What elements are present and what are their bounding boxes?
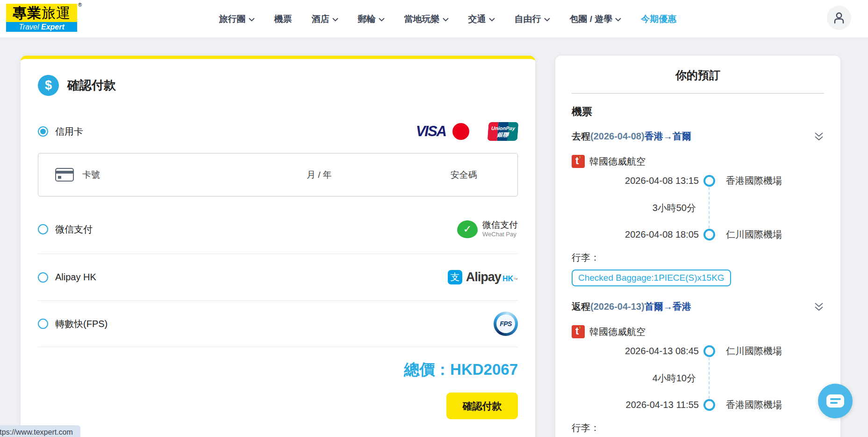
flight-duration: 3小時50分	[653, 187, 696, 228]
arrive-datetime: 2026-04-08 18:05	[625, 229, 699, 240]
nav-item-transport[interactable]: 交通	[468, 13, 495, 25]
nav-item-tours[interactable]: 旅行團	[219, 13, 254, 25]
wechat-icon: ✓	[457, 220, 478, 238]
baggage-label: 行李：	[572, 422, 824, 434]
nav-item-free-travel[interactable]: 自由行	[514, 13, 550, 25]
chevron-down-icon	[442, 18, 448, 22]
timeline-circle	[703, 345, 715, 357]
dollar-icon: $	[38, 75, 59, 96]
unionpay-logo: UnionPay銀聯	[488, 122, 519, 141]
confirm-payment-button[interactable]: 確認付款	[446, 393, 518, 419]
payment-method-credit-card: 信用卡 VISA UnionPay銀聯	[38, 120, 518, 143]
alipay-hk-logo: 支 Alipay HK ™	[448, 270, 518, 284]
radio-unselected[interactable]	[38, 224, 48, 234]
fps-radio[interactable]: 轉數快(FPS)	[38, 318, 108, 330]
top-header: 專業旅運 Travel Expert ® 旅行團 機票 酒店 郵輪 當地玩樂 交…	[0, 0, 868, 38]
nav-item-group-study[interactable]: 包團 / 遊學	[569, 13, 621, 25]
alipay-icon: 支	[448, 270, 462, 284]
total-price: 總價：HKD2067	[38, 359, 518, 380]
booking-title: 你的預訂	[572, 68, 824, 83]
arrive-datetime: 2026-04-13 11:55	[626, 400, 699, 410]
leg-route: 香港→首爾	[645, 131, 691, 141]
radio-selected[interactable]	[38, 126, 48, 137]
inbound-timeline: 2026-04-13 08:45 仁川國際機場 4小時10分 2026-04-1…	[572, 345, 824, 411]
leg-direction: 去程	[572, 131, 590, 141]
chevron-down-icon	[544, 18, 550, 22]
brand-logo-english: Travel Expert	[6, 22, 77, 32]
chat-bubble-icon	[826, 394, 844, 408]
user-account-button[interactable]	[827, 6, 851, 30]
nav-item-flights[interactable]: 機票	[274, 13, 292, 25]
payment-method-alipay: Alipay HK 支 Alipay HK ™	[38, 254, 518, 301]
outbound-timeline: 2026-04-08 13:15 香港國際機場 3小時50分 2026-04-0…	[572, 175, 824, 241]
payment-method-wechat: 微信支付 ✓ 微信支付 WeChat Pay	[38, 205, 518, 254]
inbound-leg-header: 返程(2026-04-13)首爾→香港	[572, 300, 824, 313]
leg-date: (2026-04-08)	[590, 131, 645, 141]
user-icon	[833, 11, 845, 24]
leg-route: 首爾→香港	[645, 301, 691, 312]
alipay-radio[interactable]: Alipay HK	[38, 272, 96, 283]
nav-item-hotels[interactable]: 酒店	[311, 13, 338, 25]
total-label: 總價：	[404, 361, 450, 378]
depart-datetime: 2026-04-08 13:15	[625, 175, 699, 186]
card-cvv-input[interactable]	[451, 170, 518, 180]
depart-datetime: 2026-04-13 08:45	[625, 346, 699, 357]
timeline-circle	[703, 399, 715, 411]
status-bar-url: https://www.texpert.com	[0, 425, 80, 437]
fps-logo: FPS	[494, 312, 518, 336]
baggage-chip: Checked Baggage:1PIECE(S)x15KG	[572, 269, 731, 286]
payment-panel: $ 確認付款 信用卡 VISA UnionPay銀聯	[21, 56, 535, 437]
brand-logo-chinese: 專業旅運	[6, 4, 77, 22]
flight-duration: 4小時10分	[653, 357, 696, 399]
depart-airport: 仁川國際機場	[719, 345, 824, 357]
payment-title: 確認付款	[67, 77, 116, 94]
radio-unselected[interactable]	[38, 272, 48, 283]
card-form	[38, 153, 518, 197]
credit-card-radio[interactable]: 信用卡	[38, 125, 83, 138]
card-brand-logos: VISA UnionPay銀聯	[416, 122, 518, 141]
radio-unselected[interactable]	[38, 319, 48, 329]
method-label: Alipay HK	[55, 272, 96, 283]
card-number-field[interactable]	[38, 153, 307, 196]
airline-name: 韓國德威航空	[589, 155, 646, 168]
booking-summary-panel: 你的預訂 機票 去程(2026-04-08)香港→首爾 t’ 韓國德威航空 20…	[555, 56, 840, 437]
visa-logo: VISA	[416, 123, 446, 140]
outbound-airline: t’ 韓國德威航空	[572, 155, 824, 168]
chat-button[interactable]	[818, 384, 853, 418]
depart-airport: 香港國際機場	[719, 175, 824, 187]
brand-logo[interactable]: 專業旅運 Travel Expert ®	[6, 4, 77, 32]
flight-section-title: 機票	[572, 105, 824, 119]
mastercard-logo	[452, 123, 481, 140]
collapse-double-chevron-icon[interactable]	[814, 132, 824, 141]
registered-mark: ®	[78, 2, 82, 7]
tway-airline-icon: t’	[572, 325, 585, 338]
chevron-down-icon	[488, 18, 495, 22]
credit-card-icon	[55, 168, 74, 182]
timeline-circle	[703, 229, 715, 240]
method-label: 轉數快(FPS)	[55, 318, 108, 330]
method-label: 信用卡	[55, 125, 83, 138]
nav-item-local-fun[interactable]: 當地玩樂	[404, 13, 448, 25]
nav-item-cruises[interactable]: 郵輪	[358, 13, 384, 25]
nav-item-current-offers[interactable]: 今期優惠	[641, 13, 676, 25]
timeline-connector	[709, 187, 710, 228]
payment-header: $ 確認付款	[38, 75, 518, 96]
divider	[572, 93, 824, 94]
chevron-down-icon	[332, 18, 338, 22]
payment-method-fps: 轉數快(FPS) FPS	[38, 301, 518, 347]
total-value: HKD2067	[450, 361, 518, 378]
leg-direction: 返程	[572, 301, 590, 312]
card-expiry-field[interactable]	[307, 153, 451, 196]
arrive-airport: 仁川國際機場	[719, 228, 824, 241]
airline-name: 韓國德威航空	[589, 326, 646, 338]
chevron-down-icon	[378, 18, 384, 22]
card-cvv-field[interactable]	[451, 153, 518, 196]
timeline-circle	[703, 175, 715, 187]
baggage-label: 行李：	[572, 251, 824, 264]
card-number-input[interactable]	[82, 170, 307, 180]
arrive-airport: 香港國際機場	[719, 399, 824, 411]
chevron-down-icon	[248, 18, 254, 22]
wechat-radio[interactable]: 微信支付	[38, 223, 93, 236]
collapse-double-chevron-icon[interactable]	[814, 302, 824, 312]
card-expiry-input[interactable]	[307, 170, 451, 180]
